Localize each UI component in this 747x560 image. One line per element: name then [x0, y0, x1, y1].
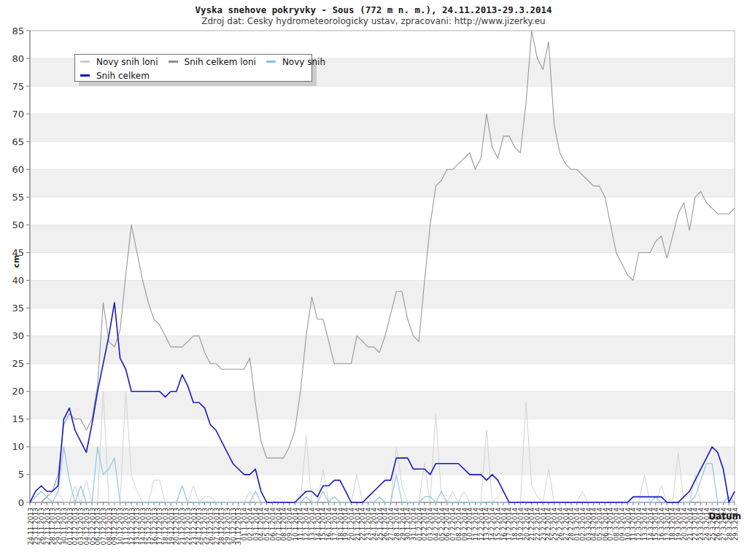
legend-item-snih-celkem: Snih celkem — [80, 71, 150, 81]
legend-swatch — [80, 74, 90, 77]
legend-swatch — [80, 61, 90, 63]
y-axis-unit-label: cm — [12, 255, 21, 268]
chart-svg: 051015202530354045505560657075808524.11.… — [0, 0, 747, 560]
plot-band — [30, 281, 735, 308]
y-tick-label: 10 — [12, 441, 24, 452]
y-tick-label: 15 — [12, 413, 24, 424]
x-axis-title-datum: Datum — [705, 511, 741, 521]
plot-band — [30, 336, 735, 364]
plot-border — [30, 31, 735, 502]
chart-legend: Novy snih loniSnih celkem loniNovy snih … — [74, 54, 312, 82]
legend-swatch — [266, 61, 276, 63]
y-tick-label: 0 — [18, 497, 24, 508]
y-tick-label: 5 — [18, 469, 24, 480]
y-tick-label: 85 — [12, 26, 24, 36]
plot-band — [30, 447, 735, 475]
series-snih-celkem-loni — [30, 31, 735, 502]
y-tick-label: 30 — [12, 330, 24, 341]
legend-item-novy-snih: Novy snih — [266, 57, 325, 67]
legend-label: Snih celkem — [96, 71, 150, 81]
plot-band — [30, 114, 735, 141]
y-tick-label: 65 — [12, 136, 24, 147]
y-tick-label: 60 — [12, 164, 24, 175]
legend-row-2: Snih celkem — [75, 69, 311, 82]
legend-item-novy-snih-loni: Novy snih loni — [80, 57, 158, 67]
y-tick-label: 25 — [12, 358, 24, 369]
legend-label: Novy snih — [282, 57, 325, 67]
y-tick-label: 40 — [12, 275, 24, 286]
plot-band — [30, 225, 735, 252]
legend-label: Snih celkem loni — [185, 57, 256, 67]
y-tick-label: 75 — [12, 81, 24, 92]
plot-band — [30, 169, 735, 197]
y-tick-label: 80 — [12, 53, 24, 64]
y-tick-label: 50 — [12, 219, 24, 230]
legend-label: Novy snih loni — [96, 57, 158, 67]
legend-row-1: Novy snih loniSnih celkem loniNovy snih — [75, 55, 311, 69]
y-tick-label: 35 — [12, 303, 24, 314]
y-tick-label: 70 — [12, 109, 24, 120]
legend-item-snih-celkem-loni: Snih celkem loni — [169, 57, 256, 67]
y-tick-label: 55 — [12, 192, 24, 203]
snow-chart-page: Vyska snehove pokryvky - Sous (772 m n. … — [0, 0, 747, 560]
y-tick-label: 20 — [12, 386, 24, 397]
plot-band — [30, 392, 735, 419]
legend-swatch — [169, 61, 178, 63]
